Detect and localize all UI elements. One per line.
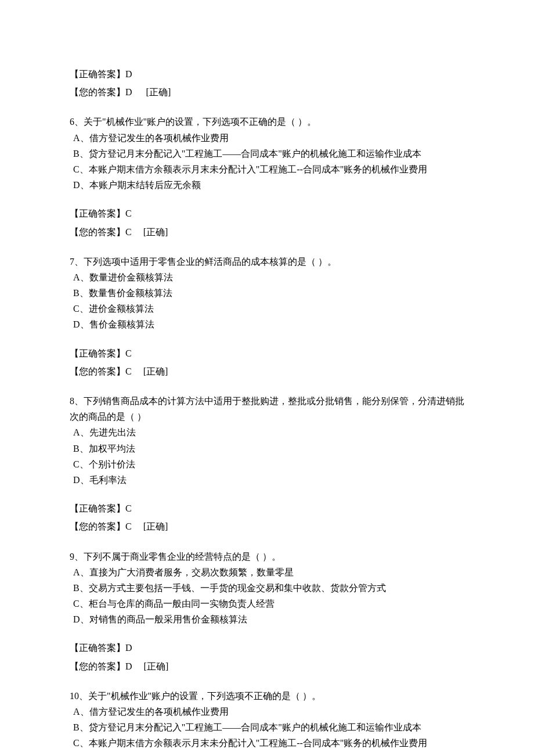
your-answer-line: 【您的答案】D[正确] (70, 658, 464, 674)
your-answer-value: C (125, 366, 132, 376)
option-line: B、交易方式主要包括一手钱、一手货的现金交易和集中收款、货款分管方式 (70, 580, 464, 596)
correct-answer-value: D (125, 643, 132, 653)
answer-status: [正确] (144, 658, 169, 674)
your-answer-line: 【您的答案】D [正确] (70, 84, 464, 100)
your-answer-value: C (125, 521, 132, 531)
option-line: B、贷方登记月末分配记入"工程施工——合同成本"账户的机械化施工和运输作业成本 (70, 719, 464, 735)
answer-status: [正确] (146, 84, 171, 100)
option-line: D、本账户期末结转后应无余额 (70, 177, 464, 193)
option-line: C、本账户期末借方余额表示月末未分配计入"工程施工--合同成本"账务的机械作业费… (70, 735, 464, 751)
your-answer-line: 【您的答案】C[正确] (70, 519, 464, 534)
option-line: A、借方登记发生的各项机械作业费用 (70, 130, 464, 146)
correct-answer-value: C (125, 503, 132, 513)
your-answer-line: 【您的答案】C[正确] (70, 363, 464, 379)
answer-block-top: 【正确答案】D 【您的答案】D [正确] (70, 66, 464, 100)
question-text: 6、关于"机械作业"账户的设置，下列选项不正确的是（ ）。 (70, 114, 464, 129)
question-block: 10、关于"机械作业"账户的设置，下列选项不正确的是（ ）。A、借方登记发生的各… (70, 688, 464, 751)
spacer (70, 627, 464, 638)
answer-status: [正确] (143, 363, 168, 379)
correct-answer-line: 【正确答案】C (70, 501, 464, 516)
your-answer-label: 【您的答案】 (70, 521, 125, 531)
option-line: B、数量售价金额核算法 (70, 285, 464, 301)
correct-answer-value: D (125, 69, 132, 79)
question-block: 7、下列选项中适用于零售企业的鲜活商品的成本核算的是（ ）。A、数量进价金额核算… (70, 254, 464, 379)
your-answer-value: D (125, 661, 132, 671)
option-line: C、本账户期末借方余额表示月末未分配计入"工程施工--合同成本"账务的机械作业费… (70, 161, 464, 177)
your-answer-label: 【您的答案】 (70, 87, 125, 97)
question-block: 9、下列不属于商业零售企业的经营特点的是（ ）。A、直接为广大消费者服务，交易次… (70, 549, 464, 674)
option-line: B、贷方登记月末分配记入"工程施工——合同成本"账户的机械化施工和运输作业成本 (70, 146, 464, 161)
correct-answer-line: 【正确答案】D (70, 640, 464, 656)
correct-answer-line: 【正确答案】C (70, 345, 464, 361)
option-line: D、对销售的商品一般采用售价金额核算法 (70, 611, 464, 627)
correct-answer-line: 【正确答案】D (70, 66, 464, 82)
questions-root: 6、关于"机械作业"账户的设置，下列选项不正确的是（ ）。A、借方登记发生的各项… (70, 114, 464, 751)
option-line: B、加权平均法 (70, 441, 464, 456)
your-answer-label: 【您的答案】 (70, 661, 125, 671)
option-line: C、个别计价法 (70, 456, 464, 472)
question-block: 6、关于"机械作业"账户的设置，下列选项不正确的是（ ）。A、借方登记发生的各项… (70, 114, 464, 239)
your-answer-value: C (125, 227, 132, 237)
correct-answer-label: 【正确答案】 (70, 208, 125, 218)
option-line: D、售价金额核算法 (70, 316, 464, 332)
spacer (70, 333, 464, 343)
correct-answer-line: 【正确答案】C (70, 206, 464, 221)
answer-status: [正确] (143, 519, 168, 534)
spacer (70, 488, 464, 498)
option-line: A、数量进价金额核算法 (70, 269, 464, 285)
your-answer-value: D (125, 87, 132, 97)
correct-answer-value: C (125, 348, 132, 358)
option-line: C、柜台与仓库的商品一般由同一实物负责人经营 (70, 596, 464, 611)
option-line: C、进价金额核算法 (70, 301, 464, 316)
correct-answer-label: 【正确答案】 (70, 643, 125, 653)
option-line: D、毛利率法 (70, 472, 464, 488)
correct-answer-label: 【正确答案】 (70, 503, 125, 513)
correct-answer-label: 【正确答案】 (70, 348, 125, 358)
your-answer-label: 【您的答案】 (70, 227, 125, 237)
question-block: 8、下列销售商品成本的计算方法中适用于整批购进，整批或分批销售，能分别保管，分清… (70, 393, 464, 535)
page-container: 【正确答案】D 【您的答案】D [正确] 6、关于"机械作业"账户的设置，下列选… (0, 0, 534, 756)
option-line: A、借方登记发生的各项机械作业费用 (70, 704, 464, 719)
question-text: 8、下列销售商品成本的计算方法中适用于整批购进，整批或分批销售，能分别保管，分清… (70, 393, 464, 424)
option-line: A、先进先出法 (70, 424, 464, 440)
question-text: 9、下列不属于商业零售企业的经营特点的是（ ）。 (70, 549, 464, 564)
question-text: 7、下列选项中适用于零售企业的鲜活商品的成本核算的是（ ）。 (70, 254, 464, 269)
spacer (70, 193, 464, 203)
question-text: 10、关于"机械作业"账户的设置，下列选项不正确的是（ ）。 (70, 688, 464, 704)
answer-status: [正确] (143, 224, 168, 240)
correct-answer-value: C (125, 208, 132, 218)
correct-answer-label: 【正确答案】 (70, 69, 125, 79)
your-answer-label: 【您的答案】 (70, 366, 125, 376)
option-line: A、直接为广大消费者服务，交易次数频繁，数量零星 (70, 564, 464, 580)
your-answer-line: 【您的答案】C[正确] (70, 224, 464, 240)
